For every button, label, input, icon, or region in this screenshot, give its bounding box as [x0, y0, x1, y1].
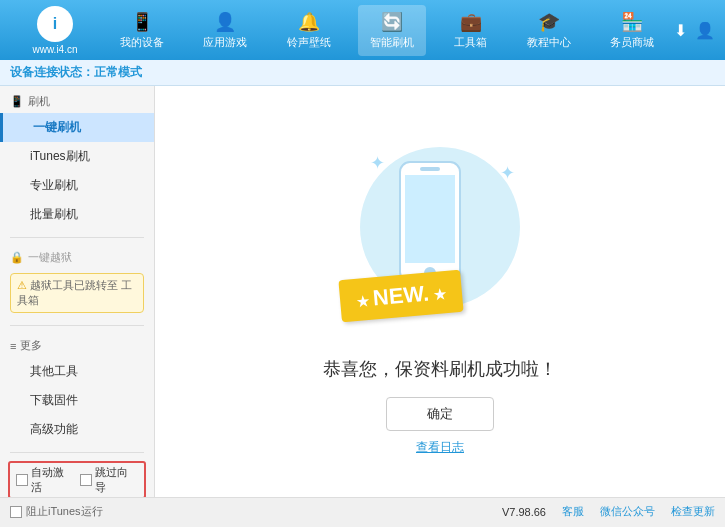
stop-itunes-checkbox[interactable]	[10, 506, 22, 518]
footer-link-update[interactable]: 检查更新	[671, 504, 715, 519]
sparkle-top-right: ✦	[500, 162, 515, 184]
user-icon[interactable]: 👤	[695, 21, 715, 40]
sidebar-flash-section: 📱 刷机 一键刷机 iTunes刷机 专业刷机 批量刷机	[0, 86, 154, 233]
ringtone-icon: 🔔	[298, 11, 320, 33]
log-link[interactable]: 查看日志	[416, 439, 464, 456]
service-icon: 🏪	[621, 11, 643, 33]
confirm-button[interactable]: 确定	[386, 397, 494, 431]
lock-icon: 🔒	[10, 251, 24, 264]
sidebar-more-group: ≡ 更多	[0, 334, 154, 357]
auto-activate-label: 自动激活	[31, 465, 74, 495]
stop-itunes-label: 阻止iTunes运行	[26, 504, 103, 519]
status-bar: 设备连接状态：正常模式	[0, 60, 725, 86]
sidebar-item-other-tools[interactable]: 其他工具	[0, 357, 154, 386]
version-label: V7.98.66	[502, 506, 546, 518]
app-header: i www.i4.cn 📱 我的设备 👤 应用游戏 🔔 铃声壁纸 🔄 智能刷机 …	[0, 0, 725, 60]
more-group-icon: ≡	[10, 340, 16, 352]
nav-tab-toolbox-label: 工具箱	[454, 35, 487, 50]
sidebar-warning-box: ⚠ 越狱工具已跳转至 工具箱	[10, 273, 144, 313]
tutorial-icon: 🎓	[538, 11, 560, 33]
auto-guide-label: 跳过向导	[95, 465, 138, 495]
one-click-flash-label: 一键刷机	[33, 119, 81, 136]
nav-tab-my-device-label: 我的设备	[120, 35, 164, 50]
svg-rect-3	[420, 167, 440, 171]
nav-tab-tutorial[interactable]: 🎓 教程中心	[515, 5, 583, 56]
nav-tab-service-label: 务员商城	[610, 35, 654, 50]
advanced-label: 高级功能	[30, 421, 78, 438]
header-right-controls: ⬇ 👤	[674, 21, 715, 40]
nav-tab-smart-flash[interactable]: 🔄 智能刷机	[358, 5, 426, 56]
download-icon[interactable]: ⬇	[674, 21, 687, 40]
sidebar-flash-group: 📱 刷机	[0, 90, 154, 113]
pro-flash-label: 专业刷机	[30, 177, 78, 194]
batch-flash-label: 批量刷机	[30, 206, 78, 223]
new-badge: NEW.	[338, 270, 463, 322]
sparkle-top-left: ✦	[370, 152, 385, 174]
nav-tab-toolbox[interactable]: 💼 工具箱	[442, 5, 499, 56]
logo-char: i	[53, 15, 57, 33]
nav-tab-smart-flash-label: 智能刷机	[370, 35, 414, 50]
sidebar-item-itunes-flash[interactable]: iTunes刷机	[0, 142, 154, 171]
sidebar: 📱 刷机 一键刷机 iTunes刷机 专业刷机 批量刷机 🔒 一键越狱	[0, 86, 155, 497]
nav-tabs: 📱 我的设备 👤 应用游戏 🔔 铃声壁纸 🔄 智能刷机 💼 工具箱 🎓 教程中心…	[100, 5, 674, 56]
other-tools-label: 其他工具	[30, 363, 78, 380]
sidebar-divider-3	[10, 452, 144, 453]
sidebar-item-pro-flash[interactable]: 专业刷机	[0, 171, 154, 200]
footer-right: V7.98.66 客服 微信公众号 检查更新	[502, 504, 715, 519]
sidebar-item-advanced[interactable]: 高级功能	[0, 415, 154, 444]
sidebar-flash-label: 刷机	[28, 94, 50, 109]
sidebar-item-batch-flash[interactable]: 批量刷机	[0, 200, 154, 229]
footer-bar: 阻止iTunes运行 V7.98.66 客服 微信公众号 检查更新	[0, 497, 725, 525]
auto-options-wrapper: 自动激活 跳过向导	[0, 457, 154, 497]
warning-icon: ⚠	[17, 279, 27, 291]
sidebar-divider-2	[10, 325, 144, 326]
auto-options-box: 自动激活 跳过向导	[8, 461, 146, 497]
main-area: 📱 刷机 一键刷机 iTunes刷机 专业刷机 批量刷机 🔒 一键越狱	[0, 86, 725, 497]
itunes-flash-label: iTunes刷机	[30, 148, 90, 165]
logo-url: www.i4.cn	[32, 44, 77, 55]
auto-activate-checkbox[interactable]	[16, 474, 28, 486]
main-content: ✦ ✦ NEW. 恭喜您，保资料刷机成功啦！ 确定 查看日志	[155, 86, 725, 497]
sidebar-item-one-click-flash[interactable]: 一键刷机	[0, 113, 154, 142]
download-firmware-label: 下载固件	[30, 392, 78, 409]
status-value: 正常模式	[94, 65, 142, 79]
sidebar-more-section: ≡ 更多 其他工具 下载固件 高级功能	[0, 330, 154, 448]
auto-guide-option[interactable]: 跳过向导	[80, 465, 138, 495]
auto-activate-option[interactable]: 自动激活	[16, 465, 74, 495]
footer-link-service[interactable]: 客服	[562, 504, 584, 519]
nav-tab-ringtone-label: 铃声壁纸	[287, 35, 331, 50]
nav-tab-app-game-label: 应用游戏	[203, 35, 247, 50]
footer-left: 阻止iTunes运行	[10, 504, 103, 519]
nav-tab-my-device[interactable]: 📱 我的设备	[108, 5, 176, 56]
sidebar-restore-section: 🔒 一键越狱 ⚠ 越狱工具已跳转至 工具箱	[0, 242, 154, 321]
more-label: 更多	[20, 338, 42, 353]
auto-guide-checkbox[interactable]	[80, 474, 92, 486]
footer-link-wechat[interactable]: 微信公众号	[600, 504, 655, 519]
nav-tab-tutorial-label: 教程中心	[527, 35, 571, 50]
phone-illustration	[395, 157, 465, 287]
app-logo: i www.i4.cn	[10, 6, 100, 55]
success-illustration: ✦ ✦ NEW.	[340, 127, 540, 347]
restore-label: 一键越狱	[28, 250, 72, 265]
sidebar-item-download-firmware[interactable]: 下载固件	[0, 386, 154, 415]
smart-flash-icon: 🔄	[381, 11, 403, 33]
logo-icon: i	[37, 6, 73, 42]
nav-tab-ringtone[interactable]: 🔔 铃声壁纸	[275, 5, 343, 56]
sidebar-bottom: 自动激活 跳过向导 📱 iPhone 15 Pro Max 512GB iPho…	[0, 448, 154, 497]
sidebar-divider-1	[10, 237, 144, 238]
nav-tab-app-game[interactable]: 👤 应用游戏	[191, 5, 259, 56]
success-text: 恭喜您，保资料刷机成功啦！	[323, 357, 557, 381]
my-device-icon: 📱	[131, 11, 153, 33]
nav-tab-service[interactable]: 🏪 务员商城	[598, 5, 666, 56]
sidebar-restore-group: 🔒 一键越狱	[0, 246, 154, 269]
svg-rect-1	[405, 175, 455, 263]
toolbox-icon: 💼	[460, 11, 482, 33]
app-game-icon: 👤	[214, 11, 236, 33]
status-prefix: 设备连接状态：	[10, 65, 94, 79]
warning-text: 越狱工具已跳转至 工具箱	[17, 279, 132, 306]
flash-group-icon: 📱	[10, 95, 24, 108]
